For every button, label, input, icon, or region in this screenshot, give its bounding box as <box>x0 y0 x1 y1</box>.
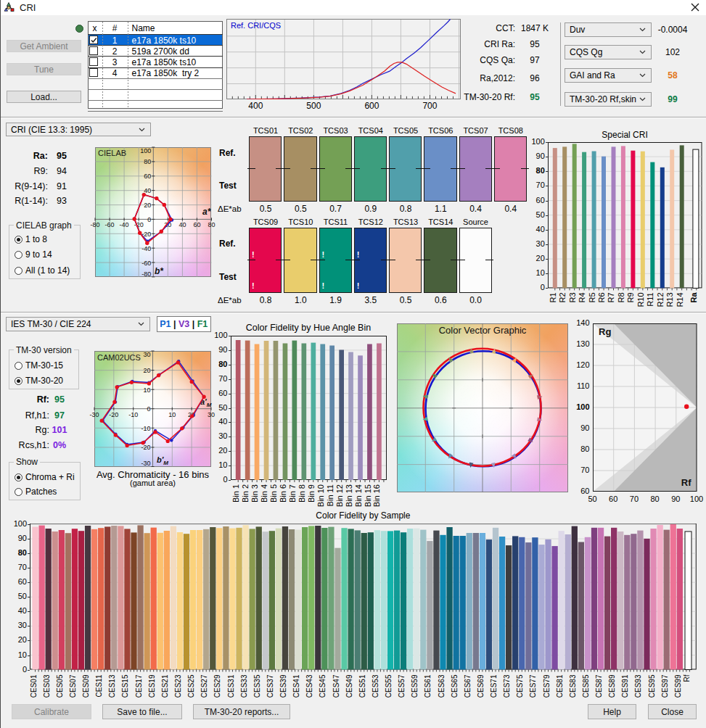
svg-text:R13: R13 <box>665 292 674 307</box>
svg-text:Bin 7: Bin 7 <box>287 484 296 502</box>
svg-text:Rf: Rf <box>681 477 691 488</box>
svg-text:Bin 3: Bin 3 <box>250 484 259 502</box>
svg-text:CES65: CES65 <box>451 674 459 698</box>
svg-text:CES81: CES81 <box>556 674 564 698</box>
svg-text:CES83: CES83 <box>569 674 577 698</box>
svg-text:CIELAB: CIELAB <box>98 149 126 157</box>
svg-text:Bin 1: Bin 1 <box>231 484 240 502</box>
svg-text:Rf: Rf <box>683 674 691 682</box>
svg-text:CES45: CES45 <box>319 674 327 698</box>
svg-text:-60: -60 <box>104 221 114 228</box>
svg-text:-10: -10 <box>128 411 138 418</box>
svg-text:Bin 2: Bin 2 <box>241 484 250 502</box>
svg-text:Ref. CRI/CQS: Ref. CRI/CQS <box>231 21 281 30</box>
svg-text:b′M: b′M <box>157 455 168 466</box>
svg-text:CES69: CES69 <box>477 674 485 698</box>
svg-text:CES33: CES33 <box>240 674 248 698</box>
svg-text:CES39: CES39 <box>279 674 287 698</box>
svg-text:CES97: CES97 <box>661 674 669 698</box>
svg-text:CES61: CES61 <box>424 674 432 698</box>
svg-text:R6: R6 <box>597 292 606 302</box>
svg-text:R12: R12 <box>656 292 665 307</box>
svg-text:R8: R8 <box>617 292 625 302</box>
svg-text:CES01: CES01 <box>30 674 38 698</box>
svg-text:CES07: CES07 <box>69 674 77 698</box>
svg-text:Bin 5: Bin 5 <box>269 484 278 502</box>
svg-text:60: 60 <box>144 173 151 180</box>
svg-text:Bin 12: Bin 12 <box>334 484 343 507</box>
svg-text:CES63: CES63 <box>438 674 446 698</box>
svg-text:Bin 6: Bin 6 <box>279 484 287 502</box>
svg-text:Rg: Rg <box>599 326 611 337</box>
svg-text:CES55: CES55 <box>385 674 393 698</box>
svg-text:-40: -40 <box>141 245 151 252</box>
svg-text:CES35: CES35 <box>253 674 261 698</box>
svg-text:R4: R4 <box>578 292 586 302</box>
svg-text:20: 20 <box>144 202 151 209</box>
svg-text:CAM02UCS: CAM02UCS <box>97 353 141 362</box>
svg-text:-40: -40 <box>119 221 128 228</box>
svg-text:R2: R2 <box>558 292 567 302</box>
svg-text:CES47: CES47 <box>332 674 340 698</box>
svg-text:CES11: CES11 <box>95 674 103 697</box>
svg-text:CES73: CES73 <box>503 674 511 698</box>
svg-text:-20: -20 <box>109 411 118 418</box>
svg-text:CES13: CES13 <box>108 674 116 698</box>
svg-text:CES99: CES99 <box>674 674 682 698</box>
svg-text:Bin 9: Bin 9 <box>306 484 315 502</box>
svg-text:CES79: CES79 <box>543 674 551 698</box>
svg-text:Bin 10: Bin 10 <box>316 484 324 507</box>
svg-text:40: 40 <box>178 221 186 228</box>
svg-text:CES77: CES77 <box>529 674 537 698</box>
svg-text:CES05: CES05 <box>56 674 64 698</box>
svg-text:CES71: CES71 <box>490 674 498 698</box>
svg-text:CES23: CES23 <box>174 674 182 698</box>
svg-text:R9: R9 <box>626 292 635 302</box>
svg-text:Bin 13: Bin 13 <box>344 484 353 507</box>
svg-text:CES75: CES75 <box>516 674 524 698</box>
svg-text:80: 80 <box>208 221 215 228</box>
svg-text:-80: -80 <box>141 270 151 278</box>
svg-text:100: 100 <box>140 147 151 154</box>
svg-text:R7: R7 <box>607 292 615 302</box>
svg-text:CES15: CES15 <box>121 674 129 698</box>
svg-text:CES09: CES09 <box>82 674 90 698</box>
svg-text:Bin 14: Bin 14 <box>353 484 362 507</box>
svg-text:a*: a* <box>202 207 212 217</box>
svg-text:CES29: CES29 <box>213 674 221 698</box>
svg-text:Bin 15: Bin 15 <box>363 484 372 507</box>
svg-text:CES91: CES91 <box>621 674 629 698</box>
svg-text:30: 30 <box>143 351 150 358</box>
svg-text:CES17: CES17 <box>135 674 143 698</box>
svg-text:10: 10 <box>143 386 150 394</box>
svg-text:CES49: CES49 <box>345 674 353 698</box>
svg-text:CES51: CES51 <box>358 674 366 698</box>
svg-text:CES03: CES03 <box>43 674 51 698</box>
svg-text:10: 10 <box>168 411 176 418</box>
svg-text:b*: b* <box>155 266 164 276</box>
svg-text:R11: R11 <box>646 292 654 306</box>
svg-text:80: 80 <box>144 158 151 165</box>
svg-text:CES57: CES57 <box>398 674 406 698</box>
svg-text:R14: R14 <box>675 292 684 307</box>
svg-text:-10: -10 <box>141 425 150 432</box>
svg-text:CES59: CES59 <box>411 674 419 698</box>
svg-text:CES25: CES25 <box>187 674 195 698</box>
svg-text:Bin 11: Bin 11 <box>325 484 334 506</box>
svg-text:-30: -30 <box>141 460 150 467</box>
svg-text:CES43: CES43 <box>305 674 313 698</box>
svg-text:CES53: CES53 <box>372 674 379 698</box>
svg-text:Bin 8: Bin 8 <box>297 484 305 502</box>
svg-text:R3: R3 <box>567 292 576 302</box>
svg-text:R5: R5 <box>587 292 596 302</box>
svg-text:R1: R1 <box>549 292 557 302</box>
svg-text:Color Vector Graphic: Color Vector Graphic <box>438 325 526 336</box>
svg-text:-60: -60 <box>141 260 151 267</box>
svg-text:CES41: CES41 <box>292 674 300 698</box>
svg-text:CES87: CES87 <box>595 674 603 698</box>
svg-text:CES85: CES85 <box>582 674 590 698</box>
svg-text:-20: -20 <box>141 444 150 451</box>
svg-text:CES19: CES19 <box>148 674 156 698</box>
svg-text:CES89: CES89 <box>608 674 616 698</box>
svg-text:-80: -80 <box>90 221 99 228</box>
